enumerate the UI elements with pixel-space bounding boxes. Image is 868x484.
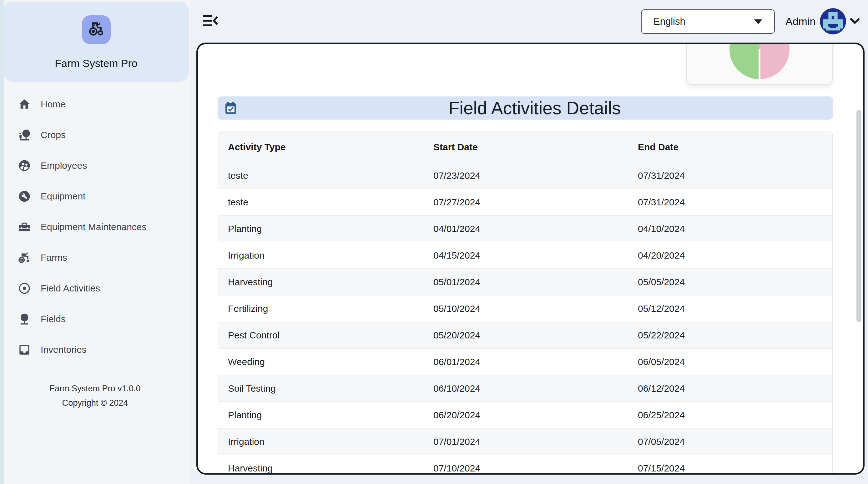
users-circle-icon	[18, 159, 31, 172]
column-header-activity-type: Activity Type	[218, 132, 424, 162]
sidebar-item-label: Farms	[41, 252, 67, 263]
table-row: Pest Control 05/20/2024 05/22/2024	[218, 322, 832, 348]
language-selected-value: English	[653, 16, 754, 27]
cell-activity-type: teste	[218, 189, 424, 216]
cell-start-date: 05/01/2024	[424, 268, 628, 295]
sidebar-item-label: Home	[41, 99, 66, 110]
sidebar: Farm System Pro Home Crops Employees Equ…	[0, 0, 190, 484]
sidebar-item-crops[interactable]: Crops	[0, 120, 190, 150]
cell-start-date: 07/27/2024	[424, 189, 628, 216]
cell-start-date: 04/01/2024	[424, 216, 628, 242]
cell-start-date: 07/10/2024	[424, 455, 628, 475]
target-circle-icon	[18, 281, 31, 295]
cell-activity-type: Pest Control	[218, 322, 424, 348]
cell-start-date: 05/20/2024	[424, 322, 628, 348]
avatar[interactable]	[820, 8, 846, 34]
nature-people-icon	[18, 128, 31, 142]
tractor-icon	[18, 251, 31, 264]
cell-activity-type: Fertilizing	[218, 295, 424, 322]
sidebar-nav: Home Crops Employees Equipment Equipment…	[0, 89, 190, 365]
cell-activity-type: Planting	[218, 402, 424, 428]
select-dropdown-arrow-icon	[754, 20, 762, 24]
user-name-label: Admin	[785, 15, 815, 28]
sidebar-item-farms[interactable]: Farms	[0, 242, 190, 273]
cell-start-date: 07/23/2024	[424, 162, 628, 189]
cell-end-date: 07/31/2024	[628, 162, 832, 189]
column-header-end-date: End Date	[628, 132, 832, 162]
table-row: Planting 04/01/2024 04/10/2024	[218, 216, 832, 242]
app-title: Farm System Pro	[3, 57, 189, 69]
cell-activity-type: Harvesting	[218, 268, 424, 295]
cell-end-date: 04/10/2024	[628, 216, 832, 242]
language-select[interactable]: English	[641, 9, 775, 34]
cell-activity-type: Planting	[218, 216, 424, 242]
sidebar-item-label: Equipment Maintenances	[41, 222, 147, 232]
cell-start-date: 06/20/2024	[424, 402, 628, 428]
sidebar-collapse-button[interactable]	[203, 15, 218, 28]
calendar-check-icon	[225, 102, 237, 114]
table-row: Harvesting 07/10/2024 07/15/2024	[218, 455, 832, 475]
sidebar-item-label: Crops	[41, 130, 66, 140]
table-row: teste 07/23/2024 07/31/2024	[218, 162, 832, 189]
cell-start-date: 04/15/2024	[424, 242, 628, 268]
sidebar-item-label: Inventories	[41, 344, 87, 355]
sidebar-item-employees[interactable]: Employees	[0, 150, 190, 181]
sidebar-item-label: Employees	[41, 160, 87, 171]
wrench-circle-icon	[18, 190, 31, 203]
table-row: Weeding 06/01/2024 06/05/2024	[218, 348, 832, 375]
cell-end-date: 07/31/2024	[628, 189, 832, 216]
sidebar-item-field-activities[interactable]: Field Activities	[0, 273, 190, 304]
table-row: Fertilizing 05/10/2024 05/12/2024	[218, 295, 832, 322]
vertical-scrollbar-thumb[interactable]	[857, 110, 862, 322]
cell-end-date: 04/20/2024	[628, 242, 832, 268]
menu-fold-icon	[203, 15, 218, 28]
cell-activity-type: Harvesting	[218, 455, 424, 475]
table-row: Harvesting 05/01/2024 05/05/2024	[218, 268, 832, 295]
cell-end-date: 06/25/2024	[628, 402, 832, 428]
cell-start-date: 07/01/2024	[424, 428, 628, 455]
pie-chart	[730, 42, 789, 79]
app-version: Farm System Pro v1.0.0	[0, 384, 190, 394]
chevron-down-icon[interactable]	[850, 18, 860, 25]
table-row: teste 07/27/2024 07/31/2024	[218, 189, 832, 216]
table-body: teste 07/23/2024 07/31/2024 teste 07/27/…	[218, 162, 832, 475]
cell-start-date: 05/10/2024	[424, 295, 628, 322]
table-header: Activity Type Start Date End Date	[218, 132, 832, 162]
activities-chart-card	[686, 42, 833, 85]
tractor-logo-icon	[87, 20, 105, 39]
cell-end-date: 06/12/2024	[628, 375, 832, 402]
sidebar-item-fields[interactable]: Fields	[0, 304, 190, 334]
cell-end-date: 07/05/2024	[628, 428, 832, 455]
cell-start-date: 06/01/2024	[424, 348, 628, 375]
cell-activity-type: Irrigation	[218, 428, 424, 455]
topbar: English Admin	[190, 0, 868, 42]
sidebar-item-equipment-maintenances[interactable]: Equipment Maintenances	[0, 211, 190, 242]
user-menu: Admin	[785, 0, 860, 42]
table-row: Planting 06/20/2024 06/25/2024	[218, 402, 832, 428]
sidebar-footer: Farm System Pro v1.0.0 Copyright © 2024	[0, 384, 190, 408]
cell-activity-type: Weeding	[218, 348, 424, 375]
table-row: Irrigation 07/01/2024 07/05/2024	[218, 428, 832, 455]
sidebar-item-equipment[interactable]: Equipment	[0, 181, 190, 211]
column-header-start-date: Start Date	[424, 132, 628, 162]
cell-start-date: 06/10/2024	[424, 375, 628, 402]
sidebar-item-inventories[interactable]: Inventories	[0, 334, 190, 365]
copyright: Copyright © 2024	[0, 398, 190, 408]
cell-end-date: 05/22/2024	[628, 322, 832, 348]
page-title: Field Activities Details	[237, 98, 833, 118]
toolbox-icon	[18, 220, 31, 234]
cell-activity-type: Irrigation	[218, 242, 424, 268]
cell-end-date: 06/05/2024	[628, 348, 832, 375]
sidebar-item-label: Equipment	[41, 191, 85, 202]
cell-activity-type: Soil Testing	[218, 375, 424, 402]
table-row: Soil Testing 06/10/2024 06/12/2024	[218, 375, 832, 402]
pie-slice-divider	[758, 49, 761, 79]
table-row: Irrigation 04/15/2024 04/20/2024	[218, 242, 832, 268]
sidebar-item-label: Field Activities	[41, 283, 100, 294]
sidebar-item-home[interactable]: Home	[0, 89, 190, 120]
main-content-card: Field Activities Details Activity Type S…	[196, 42, 865, 475]
cell-end-date: 07/15/2024	[628, 455, 832, 475]
activities-table: Activity Type Start Date End Date teste …	[218, 132, 833, 475]
section-header: Field Activities Details	[218, 96, 833, 120]
inbox-icon	[18, 343, 31, 357]
